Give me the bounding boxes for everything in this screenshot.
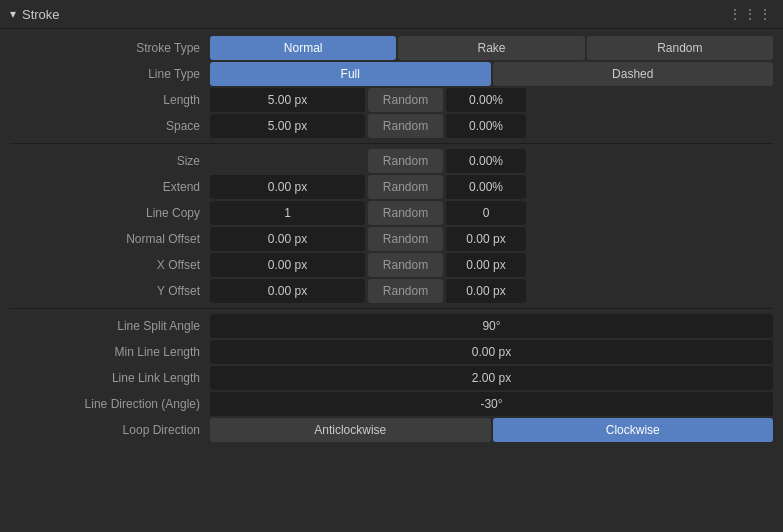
line-direction-angle-input[interactable] [210, 392, 773, 416]
line-link-length-controls [210, 366, 773, 390]
normal-offset-row: Normal Offset Random [0, 226, 783, 252]
loop-direction-label: Loop Direction [10, 423, 210, 437]
extend-row: Extend Random [0, 174, 783, 200]
line-split-angle-controls [210, 314, 773, 338]
line-split-angle-input[interactable] [210, 314, 773, 338]
y-offset-label: Y Offset [10, 284, 210, 298]
length-random-btn[interactable]: Random [368, 88, 443, 112]
extend-random-value-input[interactable] [446, 175, 526, 199]
space-controls: Random [210, 114, 773, 138]
extend-controls: Random [210, 175, 773, 199]
x-offset-row: X Offset Random [0, 252, 783, 278]
size-random-value-input[interactable] [446, 149, 526, 173]
line-type-row: Line Type Full Dashed [0, 61, 783, 87]
stroke-type-rake-btn[interactable]: Rake [398, 36, 584, 60]
normal-offset-random-btn[interactable]: Random [368, 227, 443, 251]
loop-direction-btn-group: Anticlockwise Clockwise [210, 418, 773, 442]
space-random-value-input[interactable] [446, 114, 526, 138]
length-label: Length [10, 93, 210, 107]
loop-direction-controls: Anticlockwise Clockwise [210, 418, 773, 442]
y-offset-row: Y Offset Random [0, 278, 783, 304]
x-offset-random-btn[interactable]: Random [368, 253, 443, 277]
line-link-length-row: Line Link Length [0, 365, 783, 391]
x-offset-random-value-input[interactable] [446, 253, 526, 277]
y-offset-value-input[interactable] [210, 279, 365, 303]
line-type-full-btn[interactable]: Full [210, 62, 491, 86]
extend-label: Extend [10, 180, 210, 194]
space-random-btn[interactable]: Random [368, 114, 443, 138]
size-row: Size Random [0, 148, 783, 174]
line-type-label: Line Type [10, 67, 210, 81]
size-random-btn[interactable]: Random [368, 149, 443, 173]
y-offset-random-value-input[interactable] [446, 279, 526, 303]
collapse-icon[interactable]: ▾ [10, 7, 16, 21]
line-copy-random-value-input[interactable] [446, 201, 526, 225]
min-line-length-row: Min Line Length [0, 339, 783, 365]
normal-offset-random-value-input[interactable] [446, 227, 526, 251]
line-direction-angle-controls [210, 392, 773, 416]
size-value-empty [210, 149, 365, 173]
line-type-controls: Full Dashed [210, 62, 773, 86]
y-offset-random-btn[interactable]: Random [368, 279, 443, 303]
divider-2 [10, 308, 773, 309]
stroke-type-label: Stroke Type [10, 41, 210, 55]
space-row: Space Random [0, 113, 783, 139]
loop-direction-clockwise-btn[interactable]: Clockwise [493, 418, 774, 442]
loop-direction-anticlockwise-btn[interactable]: Anticlockwise [210, 418, 491, 442]
x-offset-label: X Offset [10, 258, 210, 272]
min-line-length-label: Min Line Length [10, 345, 210, 359]
space-value-input[interactable] [210, 114, 365, 138]
panel-content: Stroke Type Normal Rake Random Line Type… [0, 29, 783, 449]
normal-offset-label: Normal Offset [10, 232, 210, 246]
extend-value-input[interactable] [210, 175, 365, 199]
divider-1 [10, 143, 773, 144]
extend-random-btn[interactable]: Random [368, 175, 443, 199]
line-copy-label: Line Copy [10, 206, 210, 220]
normal-offset-value-input[interactable] [210, 227, 365, 251]
line-copy-row: Line Copy Random [0, 200, 783, 226]
panel-header: ▾ Stroke ⋮⋮⋮ [0, 0, 783, 29]
stroke-type-btn-group: Normal Rake Random [210, 36, 773, 60]
min-line-length-input[interactable] [210, 340, 773, 364]
stroke-panel: ▾ Stroke ⋮⋮⋮ Stroke Type Normal Rake Ran… [0, 0, 783, 449]
line-type-dashed-btn[interactable]: Dashed [493, 62, 774, 86]
space-label: Space [10, 119, 210, 133]
line-direction-angle-row: Line Direction (Angle) [0, 391, 783, 417]
length-value-input[interactable] [210, 88, 365, 112]
stroke-type-row: Stroke Type Normal Rake Random [0, 35, 783, 61]
normal-offset-controls: Random [210, 227, 773, 251]
line-copy-value-input[interactable] [210, 201, 365, 225]
x-offset-value-input[interactable] [210, 253, 365, 277]
line-link-length-input[interactable] [210, 366, 773, 390]
length-row: Length Random [0, 87, 783, 113]
size-controls: Random [210, 149, 773, 173]
line-type-btn-group: Full Dashed [210, 62, 773, 86]
length-controls: Random [210, 88, 773, 112]
line-split-angle-label: Line Split Angle [10, 319, 210, 333]
min-line-length-controls [210, 340, 773, 364]
y-offset-controls: Random [210, 279, 773, 303]
line-copy-controls: Random [210, 201, 773, 225]
stroke-type-random-btn[interactable]: Random [587, 36, 773, 60]
loop-direction-row: Loop Direction Anticlockwise Clockwise [0, 417, 783, 443]
size-label: Size [10, 154, 210, 168]
line-copy-random-btn[interactable]: Random [368, 201, 443, 225]
line-direction-angle-label: Line Direction (Angle) [10, 397, 210, 411]
panel-title: Stroke [22, 7, 60, 22]
line-split-angle-row: Line Split Angle [0, 313, 783, 339]
panel-options-icon[interactable]: ⋮⋮⋮ [728, 6, 773, 22]
x-offset-controls: Random [210, 253, 773, 277]
length-random-value-input[interactable] [446, 88, 526, 112]
stroke-type-normal-btn[interactable]: Normal [210, 36, 396, 60]
line-link-length-label: Line Link Length [10, 371, 210, 385]
panel-header-left: ▾ Stroke [10, 7, 60, 22]
stroke-type-controls: Normal Rake Random [210, 36, 773, 60]
